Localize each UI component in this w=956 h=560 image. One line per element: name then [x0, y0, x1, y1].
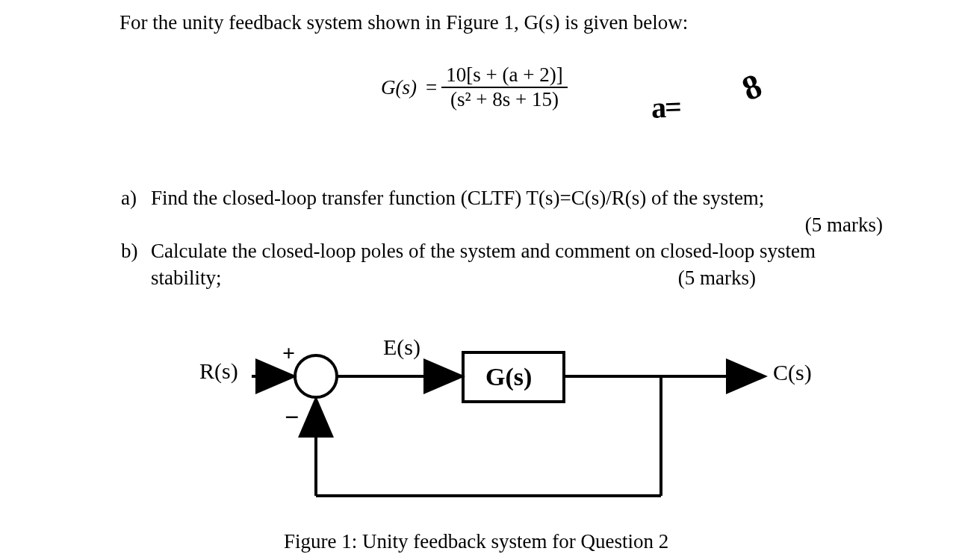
- label-R: R(s): [199, 358, 238, 384]
- block-diagram: R(s) + − E(s) G(s) C(s): [183, 324, 818, 518]
- figure-caption: Figure 1: Unity feedback system for Ques…: [284, 530, 668, 553]
- diagram-svg: [183, 324, 818, 518]
- question-a-marks: (5 marks): [805, 212, 883, 239]
- label-plus: +: [282, 340, 295, 366]
- question-b-marks: (5 marks): [678, 265, 756, 292]
- equation-denominator: (s² + 8s + 15): [446, 88, 563, 111]
- intro-text: For the unity feedback system shown in F…: [120, 11, 688, 34]
- page-root: For the unity feedback system shown in F…: [0, 0, 956, 560]
- question-b-text-line2: stability;: [151, 265, 222, 292]
- equation-lhs: G(s): [381, 76, 417, 99]
- question-b-label: b): [121, 238, 151, 291]
- label-minus: −: [285, 403, 299, 432]
- equation-numerator: 10[s + (a + 2)]: [441, 63, 567, 88]
- label-E: E(s): [383, 335, 420, 360]
- svg-point-1: [295, 355, 337, 397]
- equation-fraction: 10[s + (a + 2)] (s² + 8s + 15): [441, 63, 567, 111]
- equals-sign: =: [426, 76, 437, 99]
- question-b-text-line1: Calculate the closed-loop poles of the s…: [151, 238, 883, 265]
- question-a-text: Find the closed-loop transfer function (…: [151, 185, 883, 212]
- label-C: C(s): [773, 360, 812, 385]
- handwritten-a-value: 8: [736, 66, 767, 109]
- label-G: G(s): [485, 363, 532, 391]
- question-a: a) Find the closed-loop transfer functio…: [121, 185, 883, 238]
- handwritten-a-equals: a=: [651, 89, 680, 125]
- question-list: a) Find the closed-loop transfer functio…: [121, 185, 883, 292]
- transfer-function-equation: G(s) = 10[s + (a + 2)] (s² + 8s + 15): [381, 63, 568, 111]
- question-a-label: a): [121, 185, 151, 238]
- question-b: b) Calculate the closed-loop poles of th…: [121, 238, 883, 291]
